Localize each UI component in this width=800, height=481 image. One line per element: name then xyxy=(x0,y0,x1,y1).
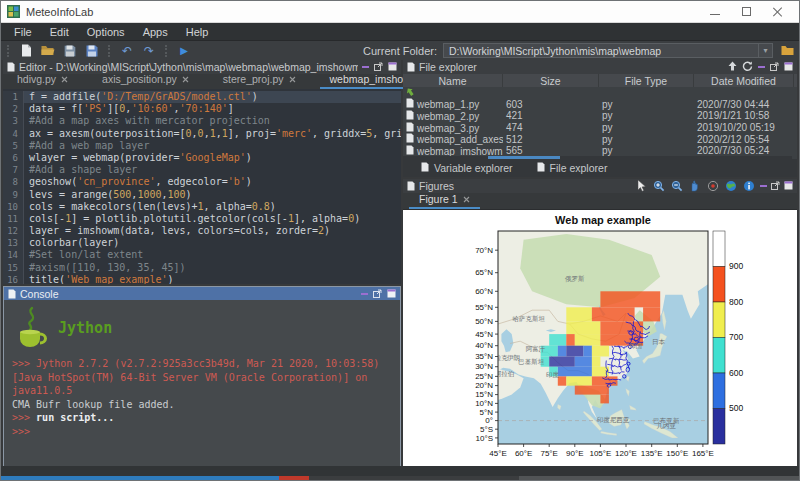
panel-minimize-icon[interactable] xyxy=(362,66,369,68)
editor-tab-hdivg.py[interactable]: hdivg.py xyxy=(7,72,78,89)
code-line[interactable]: 12layer = imshowm(data, levs, colors=col… xyxy=(3,225,401,237)
undo-icon[interactable]: ↶ xyxy=(119,43,135,58)
menu-file[interactable]: File xyxy=(5,25,41,39)
file-row[interactable]: webmap_add_axes.py512py2020/2/12 05:54 xyxy=(403,133,797,145)
open-file-icon[interactable] xyxy=(40,43,56,58)
jython-logo-text: Jython xyxy=(58,322,112,336)
code-line[interactable]: 7#Add a shape layer xyxy=(3,164,401,176)
code-line[interactable]: 13colorbar(layer) xyxy=(3,237,401,249)
run-script-icon[interactable]: ▶ xyxy=(176,43,192,58)
panel-maximize-icon[interactable] xyxy=(784,180,793,192)
panel-float-icon[interactable] xyxy=(771,180,780,192)
file-explorer-title: File explorer xyxy=(419,61,724,73)
up-arrow-icon[interactable] xyxy=(728,61,737,73)
current-folder-combo[interactable]: D:\Working\MIScript\Jython\mis\map\webma… xyxy=(443,43,773,58)
menu-help[interactable]: Help xyxy=(177,25,218,39)
code-line[interactable]: 5#Add a web map layer xyxy=(3,140,401,152)
code-line[interactable]: 15#axism([110, 130, 35, 45]) xyxy=(3,262,401,274)
document-icon xyxy=(407,181,415,191)
panel-minimize-icon[interactable] xyxy=(760,185,767,187)
figure-canvas[interactable]: Web map example俄罗斯哈萨克斯坦日本韩国阿富汗伊拉克伊朗巴基斯坦沙… xyxy=(403,209,797,468)
column-header-size[interactable]: Size xyxy=(503,74,599,87)
minimize-icon[interactable] xyxy=(710,9,720,15)
code-text: f = addfile('D:/Temp/GrADS/model.ctl') xyxy=(24,91,401,103)
panel-float-icon[interactable] xyxy=(770,61,779,73)
code-line[interactable]: 6wlayer = webmap(provider='GoogleMap') xyxy=(3,152,401,164)
code-line[interactable]: 8geoshow('cn_province', edgecolor='b') xyxy=(3,176,401,188)
code-line[interactable]: 16title('Web map example') xyxy=(3,274,401,284)
figure-tab[interactable]: Figure 1 xyxy=(409,192,480,209)
tab-file-explorer[interactable]: File explorer xyxy=(529,162,616,174)
editor-tab-stere_proj.py[interactable]: stere_proj.py xyxy=(213,72,306,89)
info-icon[interactable] xyxy=(742,180,756,193)
file-row[interactable]: webmap_imshowm.py565py2020/7/30 05:24 xyxy=(403,145,797,157)
browse-folder-icon[interactable] xyxy=(779,43,795,58)
chevron-down-icon[interactable]: ▾ xyxy=(758,44,772,57)
console-text: run script... xyxy=(36,412,114,423)
console-output[interactable]: Jython >>> Jython 2.7.2 (v2.7.2:925a3cc3… xyxy=(4,300,400,467)
new-file-icon[interactable] xyxy=(18,43,34,58)
refresh-icon[interactable] xyxy=(742,61,753,73)
cursor-icon[interactable] xyxy=(634,180,648,193)
file-type: py xyxy=(599,110,694,121)
tab-close-icon[interactable] xyxy=(182,73,189,85)
code-line[interactable]: 1f = addfile('D:/Temp/GrADS/model.ctl') xyxy=(3,91,401,103)
document-icon xyxy=(8,289,16,299)
file-explorer-header: File explorer xyxy=(403,60,797,74)
code-line[interactable]: 3#Add a map axes with mercator projectio… xyxy=(3,115,401,127)
x-tick-label: 90°E xyxy=(566,449,583,458)
x-tick-label: 120°E xyxy=(615,449,637,458)
code-line[interactable]: 11cols[-1] = plotlib.plotutil.getcolor(c… xyxy=(3,213,401,225)
tab-close-icon[interactable] xyxy=(289,73,296,85)
redo-icon[interactable]: ↷ xyxy=(141,43,157,58)
save-icon[interactable] xyxy=(62,43,78,58)
file-type: py xyxy=(599,122,694,133)
panel-maximize-icon[interactable] xyxy=(784,61,793,73)
tab-close-icon[interactable] xyxy=(463,193,470,205)
code-line[interactable]: 9levs = arange(500,1000,100) xyxy=(3,189,401,201)
globe-icon[interactable] xyxy=(724,180,738,193)
zoom-in-icon[interactable] xyxy=(652,180,666,193)
pan-icon[interactable] xyxy=(688,180,702,193)
code-editor[interactable]: 1f = addfile('D:/Temp/GrADS/model.ctl')2… xyxy=(3,89,401,284)
panel-float-icon[interactable] xyxy=(373,288,382,300)
panel-minimize-icon[interactable] xyxy=(361,293,368,295)
column-header-name[interactable]: Name xyxy=(403,74,503,87)
menu-apps[interactable]: Apps xyxy=(134,25,177,39)
x-tick-label: 60°E xyxy=(515,449,532,458)
close-icon[interactable] xyxy=(773,7,783,17)
column-header-date-modified[interactable]: Date Modified xyxy=(694,74,794,87)
code-line[interactable]: 2data = f['PS'][0,'10:60','70:140'] xyxy=(3,103,401,115)
tab-close-icon[interactable] xyxy=(61,73,68,85)
file-table-header[interactable]: NameSizeFile TypeDate Modified xyxy=(403,74,797,87)
save-as-icon[interactable] xyxy=(84,43,100,58)
code-line[interactable]: 4ax = axesm(outerposition=[0,0,1,1], pro… xyxy=(3,128,401,140)
y-tick-label: 30°N xyxy=(475,362,493,371)
panel-minimize-icon[interactable] xyxy=(758,66,765,68)
zoom-out-icon[interactable] xyxy=(670,180,684,193)
code-line[interactable]: 10cols = makecolors(len(levs)+1, alpha=0… xyxy=(3,201,401,213)
file-row[interactable]: webmap_2.py421py2019/1/21 10:58 xyxy=(403,110,797,122)
file-row[interactable]: webmap_3.py474py2019/10/20 05:19 xyxy=(403,122,797,134)
scrollbar-thumb[interactable] xyxy=(488,156,560,159)
horizontal-scrollbar[interactable] xyxy=(403,156,792,159)
file-row[interactable]: webmap_1.py603py2020/7/30 04:44 xyxy=(403,99,797,111)
identify-icon[interactable] xyxy=(706,180,720,193)
parent-directory-row[interactable] xyxy=(403,87,797,99)
tab-variable-explorer[interactable]: Variable explorer xyxy=(413,162,521,174)
menu-edit[interactable]: Edit xyxy=(41,25,78,39)
file-icon xyxy=(406,123,414,134)
menu-options[interactable]: Options xyxy=(78,25,134,39)
column-header-file-type[interactable]: File Type xyxy=(599,74,694,87)
panel-maximize-icon[interactable] xyxy=(387,288,396,300)
maximize-icon[interactable] xyxy=(742,7,751,16)
code-text: layer = imshowm(data, levs, colors=cols,… xyxy=(24,225,401,237)
code-text: geoshow('cn_province', edgecolor='b') xyxy=(24,176,401,188)
explorer-tabbar: Variable explorerFile explorer xyxy=(403,159,797,177)
map-place-label: 阿富汗 xyxy=(526,345,546,353)
code-line[interactable]: 14#Set lon/lat extent xyxy=(3,249,401,261)
y-tick-label: 25°N xyxy=(475,372,493,381)
file-size: 474 xyxy=(503,122,599,133)
editor-tab-axis_position.py[interactable]: axis_position.py xyxy=(92,72,199,89)
file-name: webmap_3.py xyxy=(403,122,503,134)
